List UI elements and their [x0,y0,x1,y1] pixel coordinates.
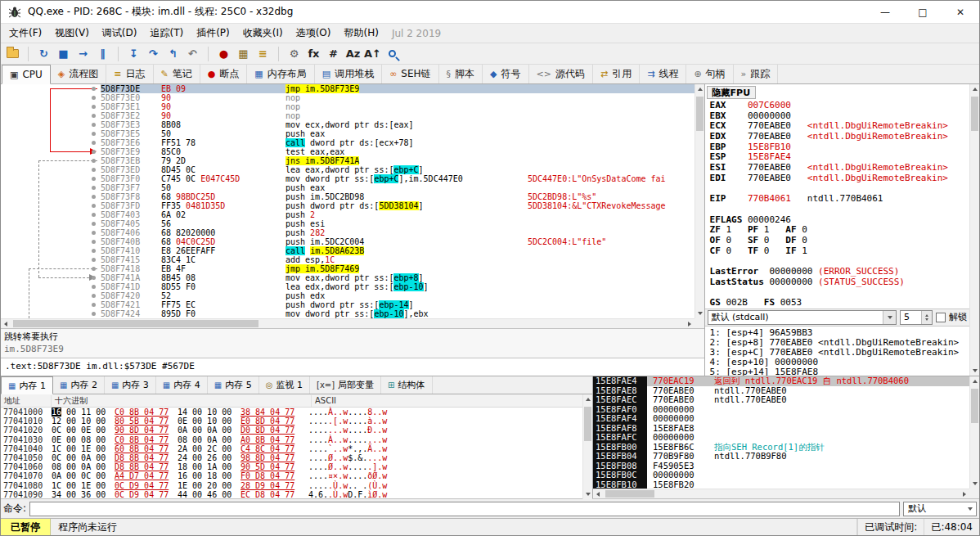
stack-row[interactable]: 15E8FAF815E8FAE8 [593,424,969,434]
scroll-up-arrow[interactable] [695,84,705,94]
dump-row[interactable]: 770410401C 00 1E 0060 8B 04 772A 00 2C 0… [1,444,582,453]
patches-icon[interactable]: # [324,45,343,63]
menu-item-2[interactable]: 调试(D) [96,24,144,43]
disasm-row[interactable]: 5D8F73F868 98BDC25Dpush im.5DC2BD985DC2B… [1,192,695,201]
restart-icon[interactable]: ↻ [34,45,53,63]
disasm-row[interactable]: 5D8F7421FF75 ECpush dword ptr ss:[ebp-14… [1,300,695,309]
disasm-row[interactable]: 5D8F73E38B08mov ecx,dword ptr ds:[eax] [1,120,695,129]
scroll-up-arrow[interactable] [970,84,980,94]
disasm-row[interactable]: 5D8F7424895D F0mov dword ptr ss:[ebp-10]… [1,309,695,318]
scroll-left-arrow[interactable] [593,489,603,499]
menu-item-3[interactable]: 追踪(T) [143,24,190,43]
tab-dump4[interactable]: ▦内存 4 [156,376,208,394]
disasm-row[interactable]: 5D8F740556push esi [1,219,695,228]
tab-trace[interactable]: »跟踪 [734,65,779,83]
open-file-icon[interactable] [3,45,22,63]
scroll-handle[interactable] [584,407,591,441]
step-back-icon[interactable]: ↶ [183,45,202,63]
stack-row[interactable]: 15E8FAEC770EABE0ntdll.770EABE0 [593,395,969,405]
dump-vscrollbar[interactable] [582,394,592,499]
scroll-handle[interactable] [696,97,704,131]
breakpoint-icon[interactable]: ● [214,45,233,63]
disasm-row[interactable]: 5D8F741A8B45 08mov eax,dword ptr ss:[ebp… [1,273,695,282]
unlock-checkbox[interactable] [936,313,946,322]
disasm-row[interactable]: 5D8F73ED8D45 0Clea eax,dword ptr ss:[ebp… [1,165,695,174]
hide-fpu-button[interactable]: 隐藏FPU [707,86,757,99]
disasm-row[interactable]: 5D8F73E550push eax [1,129,695,138]
tab-breakpoints[interactable]: ●断点 [200,65,248,83]
scroll-right-arrow[interactable] [960,489,969,499]
settings-icon[interactable]: ⚙ [285,45,303,63]
menu-item-1[interactable]: 视图(V) [48,24,96,43]
tab-references[interactable]: ⇄引用 [593,65,640,83]
disasm-row[interactable]: 5D8F73E190nop [1,102,695,111]
tab-call-stack[interactable]: ▤调用堆栈 [315,65,382,83]
scroll-handle[interactable] [971,97,978,131]
dump-row[interactable]: 770410700A 00 0C 00A4 D7 04 7716 00 18 0… [1,471,582,480]
disasm-row[interactable]: 5D8F74036A 02push 2 [1,210,695,219]
log-icon[interactable]: ≡ [254,45,272,63]
spinner-arrows[interactable] [921,311,932,324]
dump-row[interactable]: 7704106008 00 0A 00D8 8B 04 7718 00 1A 0… [1,462,582,471]
memory-map-icon[interactable]: ▦ [234,45,253,63]
scroll-up-arrow[interactable] [583,394,593,404]
dump-row[interactable]: 770410500C 00 0A 00D8 8B 04 7724 00 26 0… [1,453,582,462]
close-button[interactable]: ✕ [942,1,979,24]
registers-vscrollbar[interactable] [969,84,979,376]
stack-row[interactable]: 15E8FB1015E8FB20 [593,480,969,489]
command-input[interactable] [29,502,900,516]
stop-icon[interactable]: ■ [54,45,73,63]
menu-item-4[interactable]: 插件(P) [190,24,236,43]
disasm-row[interactable]: 5D8F73EB79 2Djns im.5D8F741A [1,156,695,165]
tab-dump1[interactable]: ▦内存 1 [1,376,53,394]
tab-graph[interactable]: ◈流程图 [51,65,106,83]
dump-row[interactable]: 7704100016 00 11 00C0 8B 04 7714 00 10 0… [1,408,582,417]
disasm-row[interactable]: 5D8F73E290nop [1,111,695,120]
tab-threads[interactable]: ⇉线程 [640,65,686,83]
tab-struct[interactable]: ⊞结构体 [381,376,432,394]
minimize-button[interactable]: — [866,1,904,24]
scroll-down-arrow[interactable] [695,309,705,318]
disasm-row[interactable]: 5D8F73F750push eax [1,183,695,192]
scroll-down-arrow[interactable] [970,479,980,489]
tab-notes[interactable]: ✎笔记 [154,65,200,83]
tab-script[interactable]: §脚本 [439,65,483,83]
dump-row[interactable]: 7704101012 00 10 0080 5B 04 770E 00 10 0… [1,417,582,426]
disasm-row[interactable]: 5D8F73E6FF51 78call dword ptr ds:[ecx+78… [1,138,695,147]
scroll-left-arrow[interactable] [1,319,11,329]
step-into-icon[interactable]: ↧ [124,45,143,63]
stack-row[interactable]: 15E8FAE8770EABE0ntdll.770EABE0 [593,386,969,396]
scroll-down-arrow[interactable] [970,366,980,376]
disasm-row[interactable]: 5D8F7418EB 4Fjmp im.5D8F7469 [1,264,695,273]
stack-row[interactable]: 15E8FAF000000000 [593,405,969,415]
calculator-icon[interactable]: fx [304,45,323,63]
stack-row[interactable]: 15E8FB0015E8FB6C指向SEH_Record[1]的指针 [593,443,969,453]
stack-row[interactable]: 15E8FAF400000000 [593,414,969,424]
maximize-button[interactable]: □ [904,1,942,24]
disasm-row[interactable]: 5D8F73E090nop [1,93,695,102]
tab-memory-map[interactable]: ▦内存布局 [247,65,314,83]
menu-item-7[interactable]: 帮助(H) [337,24,384,43]
tab-seh-chain[interactable]: ∞SEH链 [382,65,438,83]
stack-row[interactable]: 15E8FAE4770EAC19返回到 ntdll.770EAC19 自 ntd… [593,376,969,386]
scroll-right-arrow[interactable] [685,319,695,329]
command-mode-select[interactable]: 默认 [903,502,977,516]
menu-item-5[interactable]: 收藏夹(I) [236,24,290,43]
font-icon[interactable]: Az [344,45,362,63]
menu-item-6[interactable]: 选项(O) [290,24,338,43]
scroll-handle[interactable] [971,389,978,423]
tab-handles[interactable]: ⊕句柄 [686,65,733,83]
find-icon[interactable] [383,45,402,63]
pause-icon[interactable]: ‖ [93,45,112,63]
dump-row[interactable]: 770410300E 00 08 00C0 8B 04 7708 00 0A 0… [1,435,582,444]
tab-watch1[interactable]: ◎监视 1 [259,376,310,394]
tab-dump2[interactable]: ▦内存 2 [53,376,105,394]
stack-row[interactable]: 15E8FAFC00000000 [593,433,969,443]
arg-count-spinner[interactable]: 5 [900,310,933,325]
tab-log[interactable]: ≡日志 [106,65,153,83]
stack-hscrollbar[interactable] [593,489,969,498]
dump-row[interactable]: 770410801C 00 1E 000C D9 04 771E 00 20 0… [1,481,582,490]
stack-row[interactable]: 15E8FB0C00000000 [593,471,969,480]
scroll-handle[interactable] [605,490,654,498]
dump-row[interactable]: 770410200C 00 0E 0090 8D 04 770A 00 0A 0… [1,426,582,435]
